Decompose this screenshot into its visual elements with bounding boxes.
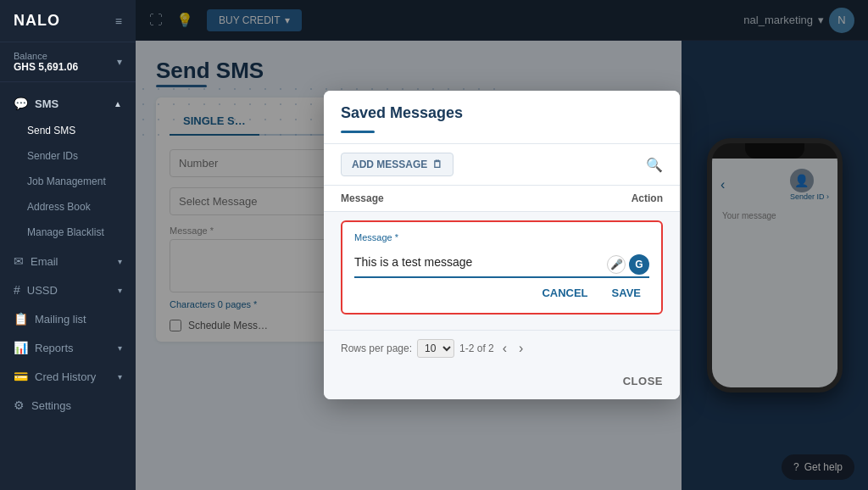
modal-table-header: Message Action [324,186,680,212]
nav-item-credit-history[interactable]: 💳Cred History ▾ [0,362,136,391]
balance-label: Balance [14,51,78,61]
reports-chevron-icon: ▾ [118,343,122,353]
grammarly-icon[interactable]: G [629,254,649,275]
modal-title-underline [341,131,375,133]
sms-section: 💬SMS ▲ Send SMS Sender IDs Job Managemen… [0,89,136,245]
col-message-header: Message [341,192,595,204]
balance-chevron-icon[interactable]: ▾ [117,56,122,68]
email-chevron-icon: ▾ [118,257,122,266]
col-action-header: Action [595,192,663,204]
balance-amount: GHS 5,691.06 [14,61,78,73]
saved-messages-modal: Saved Messages ADD MESSAGE 🗒 🔍 Message A… [324,91,680,399]
close-button[interactable]: CLOSE [623,375,663,387]
nav-item-settings[interactable]: ⚙Settings [0,391,136,420]
app-logo: NALO [14,12,60,30]
nav-item-ussd[interactable]: #USSD ▾ [0,276,136,304]
message-input-section: Message * 🎤 G CANCEL SAVE [341,220,663,315]
nav-item-mailing-list[interactable]: 📋Mailing list [0,304,136,333]
main-content: ⛶ 💡 BUY CREDIT ▾ nal_marketing ▾ N Send … [136,0,868,490]
close-row: CLOSE [324,366,680,399]
sms-icon: 💬 [14,97,28,110]
nav-item-reports[interactable]: 📊Reports ▾ [0,333,136,362]
add-message-icon: 🗒 [432,159,442,170]
message-input-field[interactable] [354,248,649,278]
ussd-chevron-icon: ▾ [118,286,122,295]
pagination-info: Rows per page: 10 25 50 1-2 of 2 ‹ › [341,339,526,358]
search-icon[interactable]: 🔍 [646,157,663,173]
message-icons: 🎤 G [607,254,649,275]
reports-icon: 📊 [14,341,28,354]
app-wrapper: NALO ≡ Balance GHS 5,691.06 ▾ 💬SMS ▲ Sen… [0,0,868,490]
save-button[interactable]: SAVE [605,283,648,303]
sidebar-nav: 💬SMS ▲ Send SMS Sender IDs Job Managemen… [0,82,136,490]
nav-item-email[interactable]: ✉Email ▾ [0,247,136,276]
page-range: 1-2 of 2 [459,342,494,354]
sidebar-item-job-management[interactable]: Job Management [0,169,136,194]
modal-title: Saved Messages [341,104,663,122]
rows-per-page-select[interactable]: 10 25 50 [417,339,454,358]
nav-item-sms[interactable]: 💬SMS ▲ [0,89,136,118]
message-textarea-wrapper: 🎤 G [354,248,649,278]
modal-toolbar: ADD MESSAGE 🗒 🔍 [324,144,680,186]
menu-toggle-icon[interactable]: ≡ [115,14,122,28]
add-message-button[interactable]: ADD MESSAGE 🗒 [341,153,453,176]
mic-icon[interactable]: 🎤 [607,255,626,274]
sidebar-item-manage-blacklist[interactable]: Manage Blacklist [0,220,136,245]
mailing-list-icon: 📋 [14,312,28,326]
sidebar: NALO ≡ Balance GHS 5,691.06 ▾ 💬SMS ▲ Sen… [0,0,136,490]
sidebar-logo: NALO ≡ [0,0,136,42]
ussd-icon: # [14,283,20,297]
modal-footer: Rows per page: 10 25 50 1-2 of 2 ‹ › [324,330,680,366]
sms-chevron-icon: ▲ [114,99,122,109]
sidebar-item-send-sms[interactable]: Send SMS [0,118,136,143]
modal-overlay: Saved Messages ADD MESSAGE 🗒 🔍 Message A… [136,0,868,490]
rows-per-page-label: Rows per page: [341,342,412,354]
next-page-button[interactable]: › [515,339,526,358]
settings-icon: ⚙ [14,398,25,412]
email-icon: ✉ [14,254,24,268]
modal-body: Message * 🎤 G CANCEL SAVE [324,212,680,330]
balance-section: Balance GHS 5,691.06 ▾ [0,42,136,82]
sidebar-item-sender-ids[interactable]: Sender IDs [0,143,136,169]
sidebar-item-address-book[interactable]: Address Book [0,194,136,220]
modal-actions: CANCEL SAVE [354,278,649,303]
cancel-button[interactable]: CANCEL [535,283,594,303]
prev-page-button[interactable]: ‹ [499,339,510,358]
credit-history-icon: 💳 [14,370,28,383]
message-input-label: Message * [354,232,649,242]
credit-chevron-icon: ▾ [118,372,122,381]
modal-header: Saved Messages [324,91,680,144]
